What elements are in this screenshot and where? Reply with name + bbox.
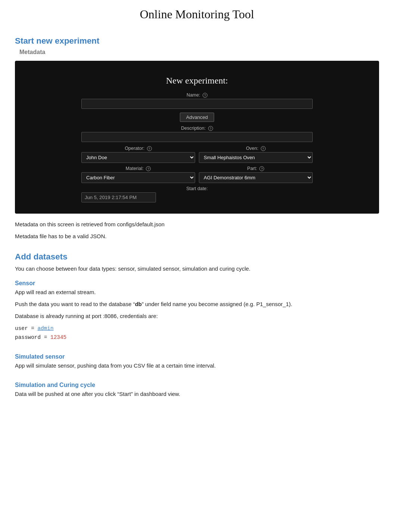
material-help-icon[interactable]: ?	[146, 166, 151, 171]
oven-label: Oven: ?	[199, 146, 313, 151]
description-input[interactable]	[81, 132, 313, 142]
experiment-panel: New experiment: Name: ? Advanced Descrip…	[15, 61, 379, 214]
sensor-credentials: user = admin password = 12345	[15, 324, 379, 342]
sensor-detail2: Database is already running at port :808…	[15, 312, 379, 321]
description-label: Description: ?	[81, 126, 313, 131]
add-datasets-description: You can choose between four data types: …	[15, 265, 379, 274]
sensor-detail1: Push the data you want to read to the da…	[15, 300, 379, 309]
oven-select[interactable]: Small Hephaistos Oven	[199, 152, 313, 163]
sensor-heading: Sensor	[15, 280, 379, 287]
oven-field-group: Oven: ? Small Hephaistos Oven	[199, 146, 313, 163]
operator-help-icon[interactable]: ?	[147, 146, 152, 151]
simulation-curing-subsection: Simulation and Curing cycle Data will be…	[15, 382, 379, 399]
sensor-pass-line: password = 12345	[15, 333, 379, 342]
add-datasets-section: Add datasets You can choose between four…	[15, 252, 379, 399]
advanced-button[interactable]: Advanced	[180, 113, 214, 122]
oven-help-icon[interactable]: ?	[261, 146, 266, 151]
name-input[interactable]	[81, 99, 313, 109]
simulation-curing-heading: Simulation and Curing cycle	[15, 382, 379, 388]
metadata-info-2: Metadata file has to be a valid JSON.	[15, 232, 379, 240]
description-help-icon[interactable]: ?	[208, 126, 213, 131]
part-select[interactable]: AGI Demonstrator 6mm	[199, 172, 313, 183]
page-title: Online Monitoring Tool	[15, 7, 379, 21]
description-field-group: Description: ?	[81, 126, 313, 146]
part-label: Part: ?	[199, 166, 313, 171]
material-part-row: Material: ? Carbon Fiber Part: ? AGI Dem…	[81, 166, 313, 183]
panel-inner: New experiment: Name: ? Advanced Descrip…	[81, 76, 313, 202]
simulated-sensor-heading: Simulated sensor	[15, 353, 379, 360]
part-help-icon[interactable]: ?	[259, 166, 264, 171]
material-label: Material: ?	[81, 166, 195, 171]
start-date-label: Start date:	[81, 186, 313, 191]
part-field-group: Part: ? AGI Demonstrator 6mm	[199, 166, 313, 183]
sensor-user-line: user = admin	[15, 324, 379, 333]
name-help-icon[interactable]: ?	[203, 93, 207, 98]
sensor-desc: App will read an external stream.	[15, 288, 379, 297]
operator-label: Operator: ?	[81, 146, 195, 151]
operator-select[interactable]: John Doe	[81, 152, 195, 163]
material-field-group: Material: ? Carbon Fiber	[81, 166, 195, 183]
operator-field-group: Operator: ? John Doe	[81, 146, 195, 163]
metadata-info-1: Metadata on this screen is retrieved fro…	[15, 220, 379, 229]
simulation-curing-desc: Data will be pushed at one after you cli…	[15, 390, 379, 399]
operator-oven-row: Operator: ? John Doe Oven: ? Small Hepha…	[81, 146, 313, 163]
start-experiment-section: Start new experiment Metadata New experi…	[15, 36, 379, 241]
panel-title: New experiment:	[81, 76, 313, 86]
name-field-group: Name: ?	[81, 92, 313, 113]
start-experiment-heading: Start new experiment	[15, 36, 379, 46]
material-select[interactable]: Carbon Fiber	[81, 172, 195, 183]
simulated-sensor-desc: App will simulate sensor, pushing data f…	[15, 362, 379, 371]
sensor-subsection: Sensor App will read an external stream.…	[15, 280, 379, 342]
admin-link[interactable]: admin	[37, 325, 53, 331]
metadata-label: Metadata	[19, 49, 379, 56]
name-label: Name: ?	[81, 92, 313, 98]
start-date-value: Jun 5, 2019 2:17:54 PM	[81, 192, 156, 202]
start-date-group: Start date: Jun 5, 2019 2:17:54 PM	[81, 186, 313, 202]
add-datasets-heading: Add datasets	[15, 252, 379, 262]
password-value: 12345	[50, 334, 66, 340]
simulated-sensor-subsection: Simulated sensor App will simulate senso…	[15, 353, 379, 371]
